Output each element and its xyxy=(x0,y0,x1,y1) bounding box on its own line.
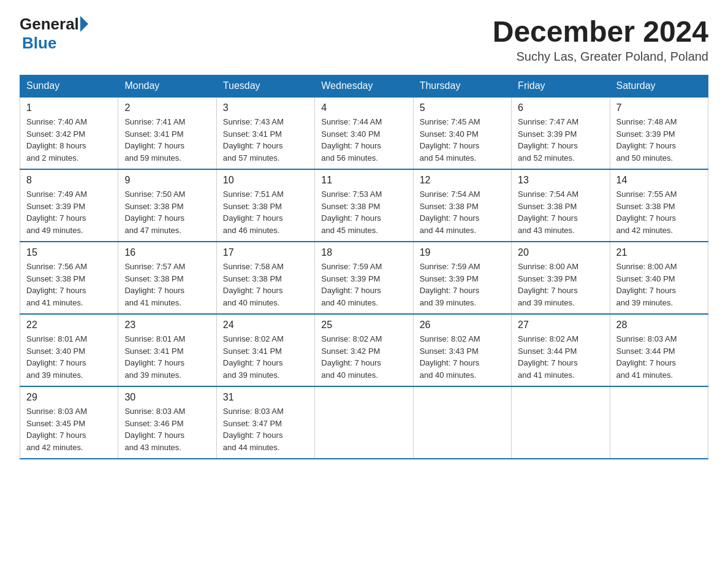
day-info: Sunrise: 7:50 AM Sunset: 3:38 PM Dayligh… xyxy=(124,188,210,236)
day-number: 7 xyxy=(616,102,702,113)
day-info: Sunrise: 8:02 AM Sunset: 3:42 PM Dayligh… xyxy=(321,333,406,381)
day-info: Sunrise: 7:49 AM Sunset: 3:39 PM Dayligh… xyxy=(26,188,112,236)
table-row: 21 Sunrise: 8:00 AM Sunset: 3:40 PM Dayl… xyxy=(610,242,708,314)
day-number: 30 xyxy=(124,392,210,403)
month-year-title: December 2024 xyxy=(493,15,708,48)
day-info: Sunrise: 8:01 AM Sunset: 3:40 PM Dayligh… xyxy=(26,333,112,381)
day-info: Sunrise: 7:57 AM Sunset: 3:38 PM Dayligh… xyxy=(124,261,210,308)
day-info: Sunrise: 8:03 AM Sunset: 3:44 PM Dayligh… xyxy=(616,333,702,381)
logo: General Blue xyxy=(20,15,88,53)
col-tuesday: Tuesday xyxy=(216,75,314,98)
day-number: 29 xyxy=(26,392,112,403)
day-info: Sunrise: 8:02 AM Sunset: 3:43 PM Dayligh… xyxy=(420,333,505,381)
day-number: 26 xyxy=(420,320,505,331)
day-info: Sunrise: 7:45 AM Sunset: 3:40 PM Dayligh… xyxy=(420,116,505,164)
day-number: 20 xyxy=(518,247,603,258)
table-row: 30 Sunrise: 8:03 AM Sunset: 3:46 PM Dayl… xyxy=(118,386,216,459)
table-row: 3 Sunrise: 7:43 AM Sunset: 3:41 PM Dayli… xyxy=(216,97,314,169)
day-info: Sunrise: 8:00 AM Sunset: 3:39 PM Dayligh… xyxy=(518,261,603,308)
table-row: 15 Sunrise: 7:56 AM Sunset: 3:38 PM Dayl… xyxy=(20,242,118,314)
table-row: 9 Sunrise: 7:50 AM Sunset: 3:38 PM Dayli… xyxy=(118,169,216,242)
day-number: 28 xyxy=(616,320,702,331)
table-row: 14 Sunrise: 7:55 AM Sunset: 3:38 PM Dayl… xyxy=(610,169,708,242)
day-info: Sunrise: 8:01 AM Sunset: 3:41 PM Dayligh… xyxy=(124,333,210,381)
table-row: 6 Sunrise: 7:47 AM Sunset: 3:39 PM Dayli… xyxy=(512,97,610,169)
logo-blue-text: Blue xyxy=(22,34,56,53)
day-info: Sunrise: 7:47 AM Sunset: 3:39 PM Dayligh… xyxy=(518,116,603,164)
table-row: 29 Sunrise: 8:03 AM Sunset: 3:45 PM Dayl… xyxy=(20,386,118,459)
day-info: Sunrise: 7:51 AM Sunset: 3:38 PM Dayligh… xyxy=(223,188,308,236)
day-number: 11 xyxy=(321,175,406,186)
day-info: Sunrise: 8:03 AM Sunset: 3:45 PM Dayligh… xyxy=(26,405,112,453)
logo-general-text: General xyxy=(20,15,79,34)
col-friday: Friday xyxy=(512,75,610,98)
table-row: 25 Sunrise: 8:02 AM Sunset: 3:42 PM Dayl… xyxy=(315,314,413,386)
calendar-week-row: 22 Sunrise: 8:01 AM Sunset: 3:40 PM Dayl… xyxy=(20,314,708,386)
calendar-week-row: 15 Sunrise: 7:56 AM Sunset: 3:38 PM Dayl… xyxy=(20,242,708,314)
day-number: 18 xyxy=(321,247,406,258)
table-row: 11 Sunrise: 7:53 AM Sunset: 3:38 PM Dayl… xyxy=(315,169,413,242)
table-row: 16 Sunrise: 7:57 AM Sunset: 3:38 PM Dayl… xyxy=(118,242,216,314)
day-number: 5 xyxy=(420,102,505,113)
day-number: 31 xyxy=(223,392,308,403)
table-row: 7 Sunrise: 7:48 AM Sunset: 3:39 PM Dayli… xyxy=(610,97,708,169)
table-row: 22 Sunrise: 8:01 AM Sunset: 3:40 PM Dayl… xyxy=(20,314,118,386)
col-thursday: Thursday xyxy=(413,75,511,98)
day-number: 15 xyxy=(26,247,112,258)
calendar-week-row: 1 Sunrise: 7:40 AM Sunset: 3:42 PM Dayli… xyxy=(20,97,708,169)
col-saturday: Saturday xyxy=(610,75,708,98)
table-row: 5 Sunrise: 7:45 AM Sunset: 3:40 PM Dayli… xyxy=(413,97,511,169)
table-row xyxy=(610,386,708,459)
table-row: 1 Sunrise: 7:40 AM Sunset: 3:42 PM Dayli… xyxy=(20,97,118,169)
day-number: 10 xyxy=(223,175,308,186)
table-row: 28 Sunrise: 8:03 AM Sunset: 3:44 PM Dayl… xyxy=(610,314,708,386)
day-number: 17 xyxy=(223,247,308,258)
table-row: 24 Sunrise: 8:02 AM Sunset: 3:41 PM Dayl… xyxy=(216,314,314,386)
day-info: Sunrise: 7:40 AM Sunset: 3:42 PM Dayligh… xyxy=(26,116,112,164)
table-row: 19 Sunrise: 7:59 AM Sunset: 3:39 PM Dayl… xyxy=(413,242,511,314)
table-row xyxy=(512,386,610,459)
col-monday: Monday xyxy=(118,75,216,98)
day-info: Sunrise: 8:00 AM Sunset: 3:40 PM Dayligh… xyxy=(616,261,702,308)
table-row: 10 Sunrise: 7:51 AM Sunset: 3:38 PM Dayl… xyxy=(216,169,314,242)
day-info: Sunrise: 8:03 AM Sunset: 3:46 PM Dayligh… xyxy=(124,405,210,453)
page-header: General Blue December 2024 Suchy Las, Gr… xyxy=(20,15,708,64)
day-info: Sunrise: 7:53 AM Sunset: 3:38 PM Dayligh… xyxy=(321,188,406,236)
day-info: Sunrise: 7:54 AM Sunset: 3:38 PM Dayligh… xyxy=(518,188,603,236)
table-row: 12 Sunrise: 7:54 AM Sunset: 3:38 PM Dayl… xyxy=(413,169,511,242)
logo-triangle-icon xyxy=(80,16,88,32)
day-number: 1 xyxy=(26,102,112,113)
day-number: 2 xyxy=(124,102,210,113)
day-number: 6 xyxy=(518,102,603,113)
day-info: Sunrise: 7:59 AM Sunset: 3:39 PM Dayligh… xyxy=(420,261,505,308)
table-row: 23 Sunrise: 8:01 AM Sunset: 3:41 PM Dayl… xyxy=(118,314,216,386)
calendar-table: Sunday Monday Tuesday Wednesday Thursday… xyxy=(20,75,708,459)
day-info: Sunrise: 7:43 AM Sunset: 3:41 PM Dayligh… xyxy=(223,116,308,164)
calendar-week-row: 29 Sunrise: 8:03 AM Sunset: 3:45 PM Dayl… xyxy=(20,386,708,459)
day-info: Sunrise: 7:44 AM Sunset: 3:40 PM Dayligh… xyxy=(321,116,406,164)
day-number: 27 xyxy=(518,320,603,331)
location-subtitle: Suchy Las, Greater Poland, Poland xyxy=(493,50,708,64)
table-row xyxy=(315,386,413,459)
table-row: 17 Sunrise: 7:58 AM Sunset: 3:38 PM Dayl… xyxy=(216,242,314,314)
day-info: Sunrise: 7:55 AM Sunset: 3:38 PM Dayligh… xyxy=(616,188,702,236)
day-info: Sunrise: 8:03 AM Sunset: 3:47 PM Dayligh… xyxy=(223,405,308,453)
col-wednesday: Wednesday xyxy=(315,75,413,98)
day-number: 21 xyxy=(616,247,702,258)
table-row: 20 Sunrise: 8:00 AM Sunset: 3:39 PM Dayl… xyxy=(512,242,610,314)
day-info: Sunrise: 8:02 AM Sunset: 3:44 PM Dayligh… xyxy=(518,333,603,381)
day-number: 23 xyxy=(124,320,210,331)
table-row: 27 Sunrise: 8:02 AM Sunset: 3:44 PM Dayl… xyxy=(512,314,610,386)
day-number: 8 xyxy=(26,175,112,186)
day-number: 19 xyxy=(420,247,505,258)
day-number: 16 xyxy=(124,247,210,258)
table-row: 2 Sunrise: 7:41 AM Sunset: 3:41 PM Dayli… xyxy=(118,97,216,169)
table-row: 31 Sunrise: 8:03 AM Sunset: 3:47 PM Dayl… xyxy=(216,386,314,459)
table-row: 13 Sunrise: 7:54 AM Sunset: 3:38 PM Dayl… xyxy=(512,169,610,242)
day-number: 9 xyxy=(124,175,210,186)
day-number: 4 xyxy=(321,102,406,113)
table-row: 18 Sunrise: 7:59 AM Sunset: 3:39 PM Dayl… xyxy=(315,242,413,314)
day-number: 13 xyxy=(518,175,603,186)
table-row xyxy=(413,386,511,459)
day-info: Sunrise: 7:58 AM Sunset: 3:38 PM Dayligh… xyxy=(223,261,308,308)
